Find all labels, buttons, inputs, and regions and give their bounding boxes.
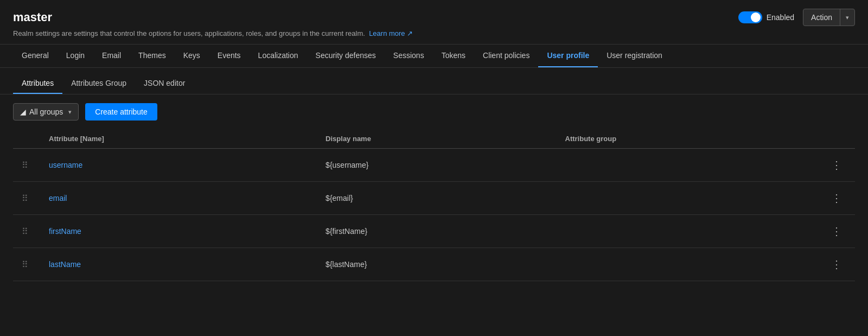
display-name-cell: ${firstName} bbox=[317, 215, 556, 248]
tab-security-defenses[interactable]: Security defenses bbox=[307, 45, 385, 67]
col-attribute-name: Attribute [Name] bbox=[40, 129, 317, 149]
enabled-label: Enabled bbox=[767, 13, 794, 22]
attribute-name-cell: firstName bbox=[40, 215, 317, 248]
row-kebab-button[interactable]: ⋮ bbox=[827, 257, 846, 272]
filter-chevron-icon: ▾ bbox=[68, 109, 72, 116]
attribute-name-cell: lastName bbox=[40, 248, 317, 281]
drag-handle-cell: ⠿ bbox=[13, 248, 40, 281]
drag-handle-cell: ⠿ bbox=[13, 215, 40, 248]
display-name-cell: ${username} bbox=[317, 149, 556, 182]
drag-handle-icon[interactable]: ⠿ bbox=[22, 194, 28, 203]
row-kebab-button[interactable]: ⋮ bbox=[827, 191, 846, 206]
row-actions-cell: ⋮ bbox=[818, 182, 855, 215]
tab-client-policies[interactable]: Client policies bbox=[474, 45, 538, 67]
tab-user-registration[interactable]: User registration bbox=[598, 45, 671, 67]
action-button-label: Action bbox=[803, 9, 840, 26]
enabled-toggle-wrap: Enabled bbox=[738, 11, 794, 23]
attribute-group-cell bbox=[557, 182, 818, 215]
attribute-name-cell: username bbox=[40, 149, 317, 182]
attributes-table: Attribute [Name] Display name Attribute … bbox=[13, 129, 855, 281]
subtab-json-editor[interactable]: JSON editor bbox=[135, 73, 194, 94]
filter-label: All groups bbox=[29, 107, 63, 116]
header-controls: Enabled Action ▾ bbox=[738, 9, 855, 26]
sub-tabs: AttributesAttributes GroupJSON editor bbox=[0, 68, 868, 94]
row-kebab-button[interactable]: ⋮ bbox=[827, 224, 846, 239]
enabled-toggle[interactable] bbox=[738, 11, 762, 23]
drag-handle-icon[interactable]: ⠿ bbox=[22, 227, 28, 236]
row-actions-cell: ⋮ bbox=[818, 215, 855, 248]
attribute-name-link[interactable]: username bbox=[49, 161, 82, 169]
tab-themes[interactable]: Themes bbox=[130, 45, 175, 67]
tab-tokens[interactable]: Tokens bbox=[433, 45, 474, 67]
main-tabs: GeneralLoginEmailThemesKeysEventsLocaliz… bbox=[0, 45, 868, 68]
tab-keys[interactable]: Keys bbox=[175, 45, 209, 67]
page-header: master Enabled Action ▾ Realm settings a… bbox=[0, 0, 868, 45]
filter-button[interactable]: ◢ All groups ▾ bbox=[13, 103, 79, 121]
drag-handle-icon[interactable]: ⠿ bbox=[22, 161, 28, 170]
tab-login[interactable]: Login bbox=[58, 45, 93, 67]
toolbar: ◢ All groups ▾ Create attribute bbox=[0, 94, 868, 129]
drag-handle-icon[interactable]: ⠿ bbox=[22, 260, 28, 269]
tab-localization[interactable]: Localization bbox=[250, 45, 307, 67]
attribute-group-cell bbox=[557, 149, 818, 182]
drag-handle-cell: ⠿ bbox=[13, 149, 40, 182]
table-row: ⠿ lastName ${lastName} ⋮ bbox=[13, 248, 855, 281]
tab-email[interactable]: Email bbox=[93, 45, 130, 67]
attribute-group-cell bbox=[557, 248, 818, 281]
col-attribute-group: Attribute group bbox=[557, 129, 818, 149]
row-actions-cell: ⋮ bbox=[818, 248, 855, 281]
display-name-cell: ${email} bbox=[317, 182, 556, 215]
col-display-name: Display name bbox=[317, 129, 556, 149]
app-title: master bbox=[13, 10, 52, 24]
drag-handle-cell: ⠿ bbox=[13, 182, 40, 215]
subtab-attributes-group[interactable]: Attributes Group bbox=[62, 73, 135, 94]
row-actions-cell: ⋮ bbox=[818, 149, 855, 182]
display-name-cell: ${lastName} bbox=[317, 248, 556, 281]
subtitle-text: Realm settings are settings that control… bbox=[13, 29, 365, 37]
tab-sessions[interactable]: Sessions bbox=[385, 45, 433, 67]
col-actions bbox=[818, 129, 855, 149]
tab-general[interactable]: General bbox=[13, 45, 58, 67]
subtab-attributes[interactable]: Attributes bbox=[13, 73, 62, 94]
tab-user-profile[interactable]: User profile bbox=[538, 45, 598, 67]
create-attribute-button[interactable]: Create attribute bbox=[85, 103, 157, 121]
attribute-group-cell bbox=[557, 215, 818, 248]
table-header: Attribute [Name] Display name Attribute … bbox=[13, 129, 855, 149]
attribute-name-cell: email bbox=[40, 182, 317, 215]
row-kebab-button[interactable]: ⋮ bbox=[827, 157, 846, 173]
attribute-name-link[interactable]: firstName bbox=[49, 227, 81, 236]
action-button[interactable]: Action ▾ bbox=[803, 9, 855, 26]
tab-events[interactable]: Events bbox=[209, 45, 250, 67]
attributes-table-wrap: Attribute [Name] Display name Attribute … bbox=[0, 129, 868, 281]
attribute-name-link[interactable]: lastName bbox=[49, 260, 81, 269]
page-subtitle: Realm settings are settings that control… bbox=[13, 29, 855, 37]
filter-icon: ◢ bbox=[20, 107, 26, 116]
table-row: ⠿ firstName ${firstName} ⋮ bbox=[13, 215, 855, 248]
table-body: ⠿ username ${username} ⋮ ⠿ email ${email… bbox=[13, 149, 855, 281]
col-drag bbox=[13, 129, 40, 149]
table-row: ⠿ username ${username} ⋮ bbox=[13, 149, 855, 182]
learn-more-link[interactable]: Learn more ↗ bbox=[369, 29, 413, 37]
table-row: ⠿ email ${email} ⋮ bbox=[13, 182, 855, 215]
attribute-name-link[interactable]: email bbox=[49, 194, 67, 202]
action-button-chevron-icon: ▾ bbox=[840, 10, 854, 25]
